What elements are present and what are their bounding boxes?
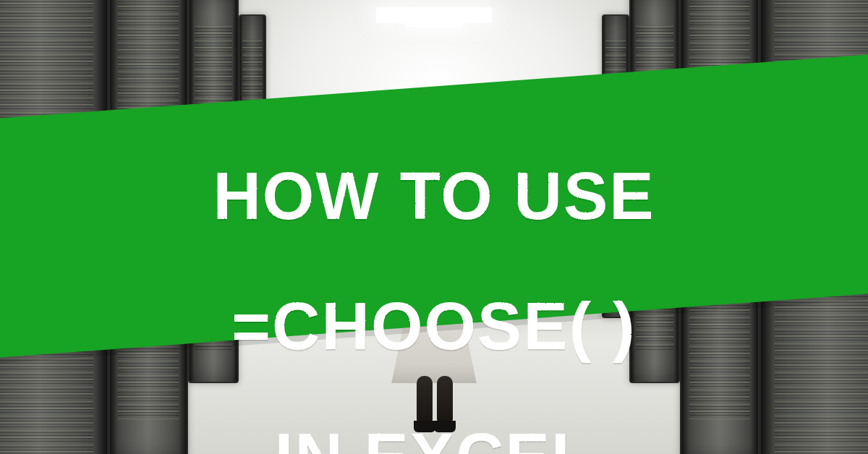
banner-title-line: IN EXCEL xyxy=(275,424,593,454)
banner-title-line: HOW TO USE xyxy=(213,163,655,228)
banner-title: HOW TO USE =CHOOSE( ) IN EXCEL xyxy=(0,98,868,454)
banner-title-line: =CHOOSE( ) xyxy=(231,294,636,359)
ceiling-light xyxy=(376,7,492,23)
